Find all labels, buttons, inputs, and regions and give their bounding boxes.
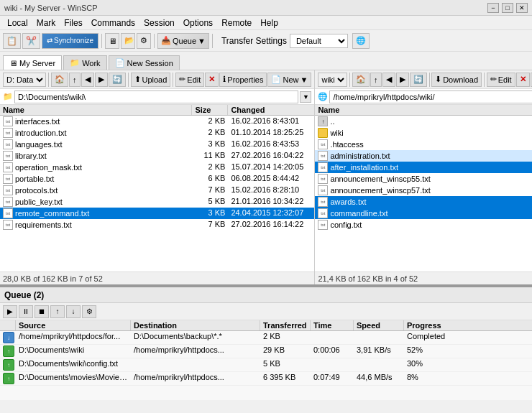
tab-work-label: Work xyxy=(82,59,100,68)
left-path-dropdown-btn[interactable]: ▼ xyxy=(300,91,311,103)
menu-session[interactable]: Session xyxy=(139,17,179,29)
menu-mark[interactable]: Mark xyxy=(32,17,60,29)
txt-icon: txt xyxy=(318,174,328,184)
transfer-default-select[interactable]: Default xyxy=(290,34,348,48)
left-back-btn[interactable]: ◀ xyxy=(81,73,94,87)
right-file-row-htaccess[interactable]: txt.htaccess 1 KB 21.09.2017 8:39:48 xyxy=(315,139,532,150)
right-header-name[interactable]: Name xyxy=(315,105,532,115)
menu-local[interactable]: Local xyxy=(3,17,32,29)
left-header-name[interactable]: Name xyxy=(0,105,192,115)
queue-header-speed[interactable]: Speed xyxy=(354,320,404,330)
right-path-input[interactable] xyxy=(329,91,532,103)
queue-settings-btn[interactable]: ⚙ xyxy=(82,305,96,318)
right-home-btn[interactable]: 🏠 xyxy=(352,73,370,87)
icon2: 📂 xyxy=(124,36,134,45)
right-file-row-wiki[interactable]: wiki 26.01.2017 17:38:10 xyxy=(315,127,532,139)
left-status-text: 28,0 KB of 162 KB in 7 of 52 xyxy=(3,274,103,283)
toolbar-move-btn[interactable]: ✂️ xyxy=(22,33,40,49)
right-file-row-cmdline[interactable]: txtcommandline.txt 14 KB 21.01.2016 8:20… xyxy=(315,208,532,219)
right-back-btn[interactable]: ◀ xyxy=(382,73,395,87)
menu-files[interactable]: Files xyxy=(60,17,86,29)
queue-play-btn[interactable]: ▶ xyxy=(3,305,17,318)
left-file-row-3[interactable]: txtlanguages.txt 3 KB 16.02.2016 8:43:53 xyxy=(0,139,314,150)
tab-my-server[interactable]: 🖥 My Server xyxy=(3,55,62,70)
left-file-row-9[interactable]: txtremote_command.txt 3 KB 24.04.2015 12… xyxy=(0,208,314,219)
left-header-changed[interactable]: Changed xyxy=(228,105,314,115)
left-new-btn[interactable]: 📄 New ▼ xyxy=(267,73,311,87)
right-download-btn[interactable]: ⬇ Download xyxy=(431,73,482,87)
left-header-size[interactable]: Size xyxy=(192,105,228,115)
close-button[interactable]: ✕ xyxy=(516,3,528,13)
right-file-row-config[interactable]: txtconfig.txt 5 KB 05.02.2016 17:35:48 xyxy=(315,219,532,231)
up-icon: ↑ xyxy=(73,75,77,84)
menu-commands[interactable]: Commands xyxy=(87,17,139,29)
queue-row-1[interactable]: ↓ /home/mprikryl/httpdocs/for... D:\Docu… xyxy=(0,331,532,345)
queue-stop-btn[interactable]: ⏹ xyxy=(35,305,49,318)
right-delete-btn[interactable]: ✕ xyxy=(516,73,530,87)
right-file-row-after[interactable]: txtafter_installation.txt 27.02.2016 10:… xyxy=(315,162,532,173)
synchronize-button[interactable]: ⇄ Synchronize xyxy=(42,33,98,49)
queue-row-3[interactable]: ↑ D:\Documents\wiki\config.txt 5 KB 30% xyxy=(0,358,532,372)
queue-header-time[interactable]: Time xyxy=(311,320,354,330)
right-fwd-btn[interactable]: ▶ xyxy=(396,73,409,87)
right-file-row-admin[interactable]: txtadministration.txt 2 KB 01.06.2015 14… xyxy=(315,150,532,162)
main-toolbar: 📋 ✂️ ⇄ Synchronize 🖥 📂 ⚙ 📥 Queue ▼ Trans… xyxy=(0,30,532,52)
left-sep3 xyxy=(173,73,173,87)
right-refresh-icon: 🔄 xyxy=(413,75,423,84)
left-properties-btn[interactable]: ℹ Properties xyxy=(219,73,267,87)
right-file-row-ann57[interactable]: txtannouncement_winscp57.txt 2 KB 15.02.… xyxy=(315,185,532,196)
left-file-row-10[interactable]: txtrequirements.txt 7 KB 27.02.2016 16:1… xyxy=(0,219,314,231)
left-file-row-2[interactable]: txtintroduction.txt 2 KB 01.10.2014 18:2… xyxy=(0,127,314,139)
tab-work[interactable]: 📁 Work xyxy=(63,55,106,70)
left-file-row-6[interactable]: txtportable.txt 6 KB 06.08.2015 8:44:42 xyxy=(0,173,314,185)
queue-down-btn[interactable]: ↓ xyxy=(66,305,81,318)
right-file-row-ann55[interactable]: txtannouncement_winscp55.txt 1 KB 15.02.… xyxy=(315,173,532,185)
toolbar-globe-btn[interactable]: 🌐 xyxy=(352,33,370,49)
left-up-btn[interactable]: ↑ xyxy=(69,73,81,87)
txt-icon: txt xyxy=(3,162,13,172)
move-icon: ✂️ xyxy=(26,36,37,46)
menu-options[interactable]: Options xyxy=(179,17,217,29)
queue-header-transferred[interactable]: Transferred xyxy=(260,320,311,330)
download-icon: ⬇ xyxy=(435,75,441,84)
left-file-row-4[interactable]: txtlibrary.txt 11 KB 27.02.2016 16:04:22 xyxy=(0,150,314,162)
left-upload-btn[interactable]: ⬆ Upload xyxy=(131,73,171,87)
left-fwd-btn[interactable]: ▶ xyxy=(95,73,108,87)
toolbar-icon2[interactable]: 📂 xyxy=(121,33,135,49)
right-up-btn[interactable]: ↑ xyxy=(370,73,382,87)
queue-header-progress[interactable]: Progress xyxy=(404,320,462,330)
right-edit-btn[interactable]: ✏ Edit xyxy=(487,73,515,87)
right-file-row-awards[interactable]: txtawards.txt 6 KB 27.02.2016 16:28:50 xyxy=(315,196,532,208)
right-refresh-btn[interactable]: 🔄 xyxy=(410,73,427,87)
right-file-row-up[interactable]: ↑.. 29.01.2018 11:59:04 xyxy=(315,116,532,127)
toolbar-icon1[interactable]: 🖥 xyxy=(105,33,119,49)
left-file-row-8[interactable]: txtpublic_key.txt 5 KB 21.01.2016 10:34:… xyxy=(0,196,314,208)
queue-header-icon xyxy=(0,320,16,330)
right-server-select[interactable]: wiki xyxy=(318,73,347,87)
left-home-btn[interactable]: 🏠 xyxy=(51,73,68,87)
left-path-input[interactable] xyxy=(14,91,298,103)
minimize-button[interactable]: − xyxy=(487,3,499,13)
left-file-row-5[interactable]: txtoperation_mask.txt 2 KB 15.07.2014 14… xyxy=(0,162,314,173)
left-delete-btn[interactable]: ✕ xyxy=(205,73,219,87)
maximize-button[interactable]: □ xyxy=(502,3,513,13)
menu-remote[interactable]: Remote xyxy=(217,17,256,29)
queue-row-2[interactable]: ↑ D:\Documents\wiki /home/mprikryl/httpd… xyxy=(0,345,532,358)
queue-button[interactable]: 📥 Queue ▼ xyxy=(157,33,209,49)
left-drive-select[interactable]: D: Data xyxy=(3,73,46,87)
queue-header-source[interactable]: Source xyxy=(16,320,131,330)
queue-row-4[interactable]: ↑ D:\Documents\movies\Movie\... /home/mp… xyxy=(0,372,532,386)
queue-header-destination[interactable]: Destination xyxy=(131,320,260,330)
queue-up-btn[interactable]: ↑ xyxy=(50,305,65,318)
title-bar: wiki - My Server - WinSCP − □ ✕ xyxy=(0,0,532,16)
toolbar-icon3[interactable]: ⚙ xyxy=(137,33,151,49)
tab-new-session[interactable]: 📄 New Session xyxy=(109,55,180,70)
menu-help[interactable]: Help xyxy=(256,17,283,29)
left-file-row-1[interactable]: txtinterfaces.txt 2 KB 16.02.2016 8:43:0… xyxy=(0,116,314,127)
queue-pause-btn[interactable]: ⏸ xyxy=(19,305,33,318)
toolbar-copy-btn[interactable]: 📋 xyxy=(3,33,21,49)
left-refresh-btn[interactable]: 🔄 xyxy=(109,73,126,87)
left-file-row-7[interactable]: txtprotocols.txt 7 KB 15.02.2016 8:28:10 xyxy=(0,185,314,196)
queue-header: Queue (2) xyxy=(0,287,532,303)
left-edit-btn[interactable]: ✏ Edit xyxy=(175,73,204,87)
